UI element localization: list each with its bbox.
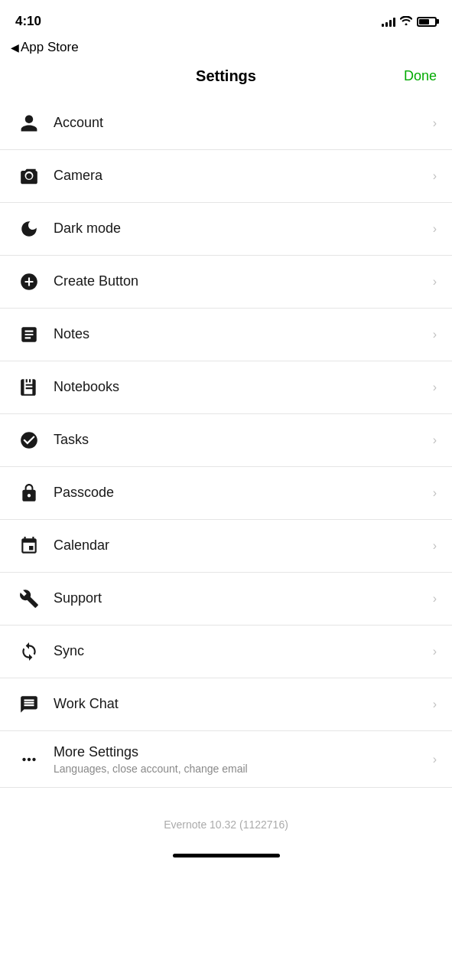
home-indicator-bar bbox=[173, 854, 280, 858]
menu-account-content: Account bbox=[54, 114, 427, 132]
chevron-icon: › bbox=[433, 222, 437, 236]
check-circle-icon bbox=[15, 426, 43, 454]
menu-calendar-label: Calendar bbox=[54, 537, 427, 554]
menu-passcode-label: Passcode bbox=[54, 484, 427, 501]
menu-passcode-content: Passcode bbox=[54, 484, 427, 501]
page-title: Settings bbox=[54, 67, 398, 85]
chevron-icon: › bbox=[433, 645, 437, 658]
menu-camera-content: Camera bbox=[54, 167, 427, 185]
menu-item-support[interactable]: Support › bbox=[0, 573, 452, 626]
chevron-icon: › bbox=[433, 433, 437, 447]
moon-icon bbox=[15, 215, 43, 243]
menu-item-passcode[interactable]: Passcode › bbox=[0, 467, 452, 520]
status-bar: 4:10 bbox=[0, 0, 452, 37]
menu-work-chat-label: Work Chat bbox=[54, 695, 427, 713]
menu-item-dark-mode[interactable]: Dark mode › bbox=[0, 203, 452, 256]
menu-work-chat-content: Work Chat bbox=[54, 695, 427, 713]
menu-dark-mode-label: Dark mode bbox=[54, 220, 427, 237]
chat-icon bbox=[15, 691, 43, 718]
chevron-icon: › bbox=[433, 328, 437, 341]
menu-camera-label: Camera bbox=[54, 167, 427, 185]
app-footer: Evernote 10.32 (1122716) bbox=[0, 788, 452, 846]
chevron-icon: › bbox=[433, 539, 437, 553]
chevron-icon: › bbox=[433, 592, 437, 606]
status-icons bbox=[382, 15, 437, 28]
page-header: Settings Done bbox=[0, 61, 452, 97]
status-time: 4:10 bbox=[15, 14, 41, 29]
person-icon bbox=[15, 109, 43, 137]
chevron-icon: › bbox=[433, 275, 437, 289]
home-indicator bbox=[0, 846, 452, 873]
menu-create-button-label: Create Button bbox=[54, 273, 427, 290]
menu-tasks-content: Tasks bbox=[54, 431, 427, 449]
done-button[interactable]: Done bbox=[398, 68, 437, 84]
menu-item-calendar[interactable]: Calendar › bbox=[0, 520, 452, 573]
plus-circle-icon bbox=[15, 268, 43, 296]
menu-item-more-settings[interactable]: More Settings Languages, close account, … bbox=[0, 731, 452, 788]
menu-more-settings-sublabel: Languages, close account, change email bbox=[54, 763, 427, 775]
menu-item-work-chat[interactable]: Work Chat › bbox=[0, 678, 452, 731]
menu-sync-label: Sync bbox=[54, 642, 427, 660]
menu-item-notes[interactable]: Notes › bbox=[0, 309, 452, 361]
menu-notebooks-content: Notebooks bbox=[54, 378, 427, 396]
calendar-icon bbox=[15, 532, 43, 560]
settings-menu-list: Account › Camera › Dark mode › Create Bu… bbox=[0, 97, 452, 788]
signal-icon bbox=[382, 16, 395, 27]
dots-icon bbox=[15, 746, 43, 773]
back-nav[interactable]: ◀ App Store bbox=[0, 37, 452, 61]
menu-more-settings-content: More Settings Languages, close account, … bbox=[54, 743, 427, 775]
sync-icon bbox=[15, 638, 43, 665]
menu-notes-label: Notes bbox=[54, 325, 427, 343]
menu-notes-content: Notes bbox=[54, 325, 427, 343]
chevron-icon: › bbox=[433, 381, 437, 394]
menu-dark-mode-content: Dark mode bbox=[54, 220, 427, 237]
battery-icon bbox=[417, 17, 437, 27]
lock-icon bbox=[15, 479, 43, 507]
wrench-icon bbox=[15, 585, 43, 612]
chevron-icon: › bbox=[433, 697, 437, 711]
chevron-icon: › bbox=[433, 753, 437, 766]
menu-calendar-content: Calendar bbox=[54, 537, 427, 554]
menu-support-content: Support bbox=[54, 590, 427, 607]
menu-item-sync[interactable]: Sync › bbox=[0, 626, 452, 678]
app-version: Evernote 10.32 (1122716) bbox=[164, 818, 288, 831]
menu-item-notebooks[interactable]: Notebooks › bbox=[0, 361, 452, 414]
menu-more-settings-label: More Settings bbox=[54, 743, 427, 761]
menu-tasks-label: Tasks bbox=[54, 431, 427, 449]
menu-item-create-button[interactable]: Create Button › bbox=[0, 256, 452, 309]
menu-account-label: Account bbox=[54, 114, 427, 132]
menu-item-camera[interactable]: Camera › bbox=[0, 150, 452, 203]
menu-notebooks-label: Notebooks bbox=[54, 378, 427, 396]
notebook-icon bbox=[15, 374, 43, 401]
chevron-icon: › bbox=[433, 486, 437, 500]
menu-sync-content: Sync bbox=[54, 642, 427, 660]
notes-icon bbox=[15, 321, 43, 348]
back-nav-label: App Store bbox=[21, 40, 79, 55]
menu-support-label: Support bbox=[54, 590, 427, 607]
wifi-icon bbox=[400, 15, 412, 28]
camera-icon bbox=[15, 162, 43, 190]
menu-item-tasks[interactable]: Tasks › bbox=[0, 414, 452, 467]
chevron-icon: › bbox=[433, 116, 437, 130]
back-arrow-icon: ◀ bbox=[11, 41, 19, 54]
chevron-icon: › bbox=[433, 169, 437, 183]
menu-item-account[interactable]: Account › bbox=[0, 97, 452, 150]
menu-create-button-content: Create Button bbox=[54, 273, 427, 290]
